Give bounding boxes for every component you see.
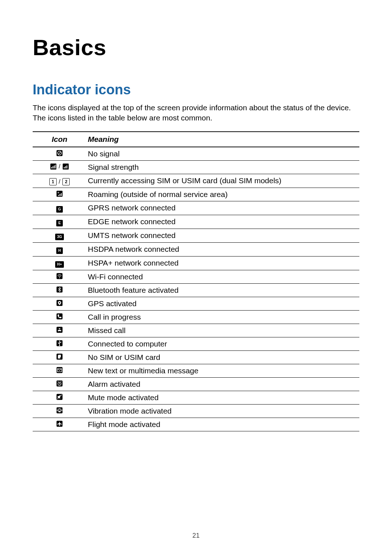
meaning-cell: Bluetooth feature activated [86,283,359,297]
table-row: G GPRS network connected [33,201,359,215]
meaning-cell: Currently accessing SIM or USIM card (du… [86,174,359,188]
svg-rect-4 [51,167,52,168]
table-row: No SIM or USIM card [33,350,359,364]
edge-icon: E [56,220,63,226]
icon-cell [33,147,86,161]
meaning-cell: EDGE network connected [86,215,359,229]
meaning-cell: Mute mode activated [86,391,359,404]
usb-icon [56,340,63,346]
meaning-cell: Signal strength [86,160,359,174]
svg-rect-11 [66,165,67,168]
missed-call-icon [56,327,63,333]
flight-mode-icon [56,420,63,427]
svg-rect-29 [61,342,61,342]
table-header-icon: Icon [33,132,86,147]
no-signal-icon [56,150,63,156]
icon-cell: G [33,201,86,215]
svg-rect-14 [58,195,59,196]
indicator-icons-table: Icon Meaning No signal / [33,131,359,431]
table-row: Connected to computer [33,337,359,350]
roaming-icon: R [56,190,63,197]
call-icon [56,313,63,320]
svg-rect-7 [55,164,56,168]
page-title: Basics [33,34,359,60]
meaning-cell: New text or multimedia message [86,364,359,377]
svg-point-21 [59,302,60,303]
signal-strength-icon: / [50,163,69,170]
table-row: Bluetooth feature activated [33,283,359,297]
icon-cell [33,404,86,418]
meaning-cell: GPRS network connected [86,201,359,215]
no-sim-icon [56,353,63,360]
sim-access-icon: 1/2 [49,178,70,185]
icon-cell [33,337,86,350]
svg-point-18 [59,277,60,278]
meaning-cell: GPS activated [86,297,359,310]
svg-rect-6 [54,165,54,168]
document-page: Basics Indicator icons The icons display… [0,0,392,554]
meaning-cell: Vibration mode activated [86,404,359,418]
meaning-cell: No SIM or USIM card [86,350,359,364]
section-heading: Indicator icons [33,82,359,98]
hspaplus-icon: H+ [55,261,64,268]
meaning-cell: HSPA+ network connected [86,256,359,270]
svg-rect-9 [64,167,65,168]
table-row: Vibration mode activated [33,404,359,418]
table-row: Wi-Fi connected [33,270,359,283]
meaning-cell: HSDPA network connected [86,242,359,256]
icon-cell [33,377,86,391]
icon-cell: H [33,242,86,256]
table-row: Mute mode activated [33,391,359,404]
icon-cell [33,391,86,404]
table-row: New text or multimedia message [33,364,359,377]
umts-icon: 3G [55,234,64,240]
icon-cell: 1/2 [33,174,86,188]
icon-cell [33,310,86,324]
icon-cell: R [33,188,86,201]
svg-rect-5 [53,166,53,168]
svg-rect-22 [57,313,63,319]
meaning-cell: Missed call [86,324,359,337]
icon-cell [33,283,86,297]
gps-icon [56,300,63,306]
table-header-meaning: Meaning [86,132,359,147]
icon-cell: / [33,160,86,174]
icon-cell: E [33,215,86,229]
meaning-cell: UMTS network connected [86,229,359,242]
table-row: Missed call [33,324,359,337]
hsdpa-icon: H [56,247,63,254]
svg-point-26 [59,340,60,341]
message-icon [56,367,63,373]
icon-cell: 3G [33,229,86,242]
wifi-icon [56,273,63,279]
table-row: 1/2 Currently accessing SIM or USIM card… [33,174,359,188]
meaning-cell: Wi-Fi connected [86,270,359,283]
icon-cell [33,297,86,310]
intro-paragraph: The icons displayed at the top of the sc… [33,103,359,123]
icon-cell: H+ [33,256,86,270]
table-row: E EDGE network connected [33,215,359,229]
icon-cell [33,364,86,377]
table-row: 3G UMTS network connected [33,229,359,242]
svg-point-28 [58,342,58,343]
table-row: Call in progress [33,310,359,324]
table-row: R Roaming (outside of normal service are… [33,188,359,201]
meaning-cell: Alarm activated [86,377,359,391]
meaning-cell: Roaming (outside of normal service area) [86,188,359,201]
icon-cell [33,350,86,364]
svg-text:R: R [58,191,60,193]
mute-icon [56,394,63,400]
gprs-icon: G [56,206,63,213]
table-row: Alarm activated [33,377,359,391]
table-row: H HSDPA network connected [33,242,359,256]
svg-rect-45 [59,409,60,411]
page-number: 21 [0,532,392,539]
meaning-cell: Call in progress [86,310,359,324]
svg-point-27 [59,345,60,346]
meaning-cell: No signal [86,147,359,161]
icon-cell [33,324,86,337]
table-row: Flight mode activated [33,418,359,431]
icon-cell [33,418,86,431]
svg-rect-10 [65,166,66,168]
svg-rect-16 [61,193,62,196]
